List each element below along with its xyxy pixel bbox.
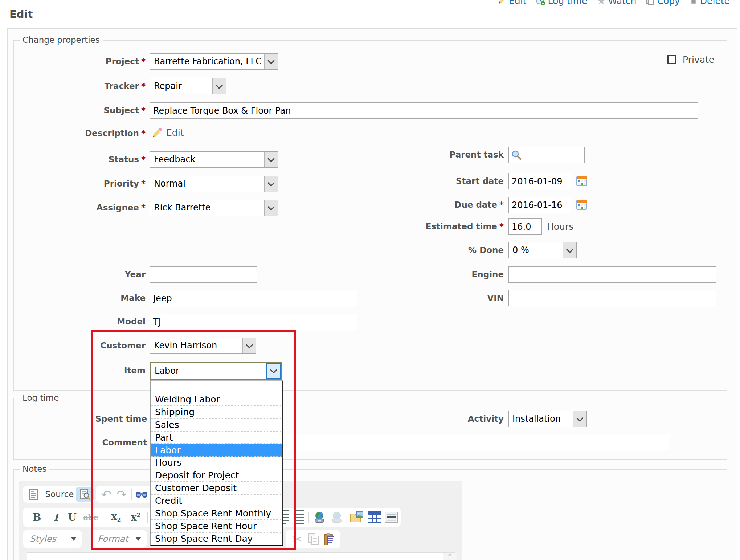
- horizontal-rule-icon[interactable]: [383, 508, 399, 527]
- model-input[interactable]: [150, 314, 357, 330]
- find-icon[interactable]: [134, 486, 149, 503]
- log-time-action[interactable]: Log time: [536, 0, 587, 6]
- percent-done-select[interactable]: 0 %: [508, 242, 577, 258]
- item-option[interactable]: Part: [151, 432, 282, 444]
- item-option[interactable]: [151, 381, 282, 393]
- estimated-time-label: Estimated time*: [379, 218, 504, 235]
- superscript-button[interactable]: x2: [126, 508, 145, 527]
- copy-pages-icon[interactable]: [306, 530, 321, 548]
- status-select[interactable]: Feedback: [150, 151, 278, 168]
- delete-action[interactable]: Delete: [690, 0, 730, 6]
- log-time-legend: Log time: [20, 393, 62, 402]
- parent-task-field[interactable]: [508, 147, 585, 163]
- delete-action-label: Delete: [700, 0, 730, 6]
- subject-label: Subject*: [20, 102, 146, 119]
- tracker-select[interactable]: Repair: [150, 78, 226, 94]
- item-option[interactable]: Hours: [151, 457, 282, 470]
- item-option[interactable]: Shop Space Rent Monthly: [151, 507, 282, 520]
- italic-button[interactable]: I: [49, 508, 62, 527]
- start-date-input[interactable]: [508, 173, 571, 189]
- calendar-icon[interactable]: [576, 175, 588, 187]
- item-option[interactable]: Shop Space Rent Hour: [151, 520, 282, 533]
- paste-icon[interactable]: [322, 530, 337, 548]
- description-label: Description*: [20, 125, 146, 142]
- cut-icon[interactable]: ✂: [289, 530, 304, 548]
- activity-select[interactable]: Installation: [508, 411, 587, 427]
- context-toolbar: Edit Log time Watch Copy Delete: [498, 0, 730, 7]
- item-dropdown-list: Welding Labor Shipping Sales Part Labor …: [150, 380, 283, 546]
- item-option[interactable]: Welding Labor: [151, 393, 282, 406]
- scrollbar-up-icon[interactable]: ⌃: [443, 553, 457, 560]
- copy-action[interactable]: Copy: [646, 0, 680, 6]
- item-select[interactable]: Labor: [150, 362, 282, 380]
- subject-input[interactable]: [150, 102, 698, 119]
- pencil-icon: [498, 0, 506, 5]
- item-label: Item: [20, 363, 146, 379]
- unlink-icon[interactable]: [329, 508, 345, 527]
- styles-dropdown-label: Styles: [30, 530, 56, 548]
- vin-input[interactable]: [508, 290, 716, 306]
- due-date-label: Due date*: [379, 197, 504, 213]
- priority-label: Priority*: [20, 176, 146, 192]
- private-checkbox[interactable]: [667, 55, 676, 64]
- engine-label: Engine: [379, 266, 504, 283]
- customer-select[interactable]: Kevin Harrison: [150, 338, 256, 354]
- tracker-label: Tracker*: [20, 78, 146, 94]
- pencil-icon: [151, 126, 163, 140]
- notes-legend: Notes: [20, 464, 49, 474]
- estimated-time-input[interactable]: [508, 218, 542, 235]
- chevron-down-icon: [71, 537, 76, 541]
- redo-icon[interactable]: ↷: [115, 486, 128, 503]
- change-properties-legend: Change properties: [20, 35, 103, 45]
- editor-content-area[interactable]: [27, 552, 455, 560]
- watch-action[interactable]: Watch: [597, 0, 637, 6]
- trash-icon: [690, 0, 698, 5]
- assignee-select[interactable]: Rick Barrette: [150, 200, 278, 216]
- copy-action-label: Copy: [657, 0, 680, 6]
- item-option-selected[interactable]: Labor: [151, 444, 282, 457]
- project-select[interactable]: Barrette Fabrication, LLC: [150, 53, 278, 70]
- model-label: Model: [20, 314, 146, 330]
- priority-select[interactable]: Normal: [150, 176, 278, 192]
- format-dropdown[interactable]: Format: [91, 530, 147, 548]
- chevron-down-icon: [264, 200, 278, 216]
- undo-icon[interactable]: ↶: [99, 486, 113, 503]
- item-option[interactable]: Shop Space Rent Day: [151, 533, 282, 545]
- styles-dropdown[interactable]: Styles: [23, 530, 82, 548]
- subscript-button[interactable]: x2: [107, 508, 126, 527]
- justify-block-icon[interactable]: [293, 508, 306, 527]
- item-option[interactable]: Shipping: [151, 406, 282, 419]
- item-option[interactable]: Sales: [151, 419, 282, 432]
- image-icon[interactable]: [348, 508, 366, 527]
- link-icon[interactable]: [311, 508, 327, 527]
- underline-button[interactable]: U: [65, 508, 80, 527]
- table-icon[interactable]: [366, 508, 383, 527]
- year-input[interactable]: [150, 266, 257, 283]
- log-time-action-label: Log time: [548, 0, 587, 6]
- item-option[interactable]: Credit: [151, 495, 282, 507]
- customer-label: Customer: [20, 338, 146, 354]
- source-button[interactable]: [28, 486, 39, 503]
- item-option[interactable]: Deposit for Project: [151, 469, 282, 482]
- page-title: Edit: [9, 8, 33, 20]
- strikethrough-button[interactable]: abc: [81, 508, 101, 527]
- description-edit-link[interactable]: Edit: [166, 127, 184, 138]
- item-option[interactable]: Customer Deposit: [151, 482, 282, 495]
- editor-toolbar-group: ↶ ↷: [96, 486, 154, 503]
- edit-action[interactable]: Edit: [498, 0, 526, 6]
- source-button-label[interactable]: Source: [41, 486, 78, 503]
- make-input[interactable]: [150, 290, 357, 306]
- make-label: Make: [20, 290, 146, 306]
- editor-toolbar-group: ✂: [286, 530, 340, 548]
- calendar-icon[interactable]: [576, 199, 588, 210]
- format-dropdown-label: Format: [98, 530, 128, 548]
- bold-button[interactable]: B: [30, 508, 44, 527]
- edit-action-label: Edit: [509, 0, 526, 6]
- due-date-input[interactable]: [508, 197, 571, 213]
- clock-add-icon: [536, 0, 545, 5]
- star-icon: [597, 0, 606, 5]
- chevron-down-icon: [264, 54, 278, 69]
- preview-button[interactable]: [76, 487, 94, 502]
- status-label: Status*: [20, 151, 146, 168]
- engine-input[interactable]: [508, 266, 716, 283]
